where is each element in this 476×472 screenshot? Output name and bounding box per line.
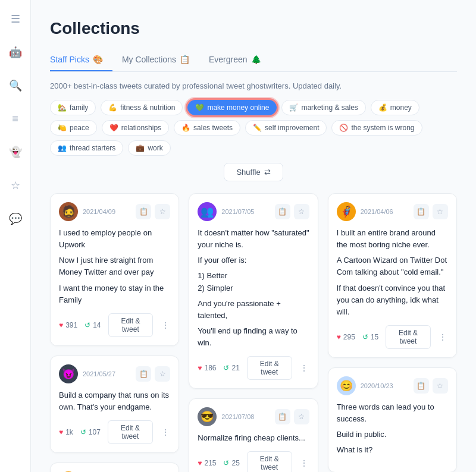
star-icon[interactable]: ☆ (155, 204, 170, 219)
card-body: Three words can lead you to success. Bui… (337, 401, 448, 457)
card-footer: ♥ 295 ↺ 15 Edit & tweet ⋮ (337, 325, 448, 349)
filter-family[interactable]: 🏡 family (50, 100, 96, 115)
likes-stat: ♥ 295 (337, 333, 355, 341)
tab-evergreen-label: Evergreen (209, 55, 248, 64)
filter-relationships[interactable]: ❤️ relationships (102, 120, 169, 136)
tweet-card: 🧔 2021/04/09 📋 ☆ I used to employ people… (50, 193, 179, 346)
star-icon[interactable]: ☆ (155, 366, 170, 382)
filter-make-money[interactable]: 💚 make money online (187, 100, 277, 115)
avatar: 😈 (59, 364, 78, 383)
ghost-icon[interactable]: 👻 (6, 143, 25, 162)
avatar: 😎 (198, 407, 217, 426)
card-footer: ♥ 391 ↺ 14 Edit & tweet ⋮ (59, 313, 170, 337)
card-date: 2021/07/08 (221, 413, 254, 420)
filter-system-wrong[interactable]: 🚫 the system is wrong (331, 120, 422, 136)
copy-icon[interactable]: 📋 (414, 378, 429, 394)
list-icon[interactable]: ≡ (6, 109, 25, 128)
card-footer: ♥ 186 ↺ 21 Edit & tweet ⋮ (198, 356, 309, 380)
avatar: 🧔 (59, 202, 78, 221)
star-icon[interactable]: ☆ (433, 204, 448, 219)
copy-icon[interactable]: 📋 (275, 409, 290, 424)
likes-stat: ♥ 186 (198, 364, 216, 372)
tabs-bar: Staff Picks 🎨 My Collections 📋 Evergreen… (50, 50, 457, 72)
card-date: 2021/07/05 (221, 208, 254, 215)
avatar: 🦸 (337, 202, 356, 221)
filter-thread-starters[interactable]: 👥 thread starters (50, 140, 123, 156)
tweet-card: 🦸 2021/04/06 📋 ☆ I built an entire brand… (328, 193, 457, 358)
subtitle: 2000+ best-in-class tweets curated by pr… (50, 81, 457, 90)
edit-tweet-button[interactable]: Edit & tweet (108, 420, 153, 444)
card-footer: ♥ 1k ↺ 107 Edit & tweet ⋮ (59, 420, 170, 444)
more-icon[interactable]: ⋮ (160, 426, 170, 439)
card-header: 😈 2021/05/27 📋 ☆ (59, 364, 170, 383)
filter-tags: 🏡 family 💪 fitness & nutrition 💚 make mo… (50, 100, 457, 156)
card-header: 😎 2021/07/08 📋 ☆ (198, 407, 309, 426)
card-date: 2021/05/27 (83, 370, 115, 377)
copy-icon[interactable]: 📋 (136, 366, 151, 382)
card-header: 🦸 2021/04/06 📋 ☆ (337, 202, 448, 221)
more-icon[interactable]: ⋮ (299, 457, 309, 470)
edit-tweet-button[interactable]: Edit & tweet (247, 451, 292, 472)
more-icon[interactable]: ⋮ (299, 361, 309, 375)
shuffle-icon: ⇄ (264, 168, 271, 177)
avatar: 👥 (198, 202, 217, 221)
tweet-card: 😈 2021/05/27 📋 ☆ Build a company that ru… (50, 355, 179, 453)
filter-money[interactable]: 💰 money (371, 100, 419, 115)
card-date: 2020/10/23 (361, 382, 393, 389)
cards-grid: 🧔 2021/04/09 📋 ☆ I used to employ people… (50, 193, 457, 472)
filter-work[interactable]: 💼 work (128, 140, 170, 156)
card-body: Normalize firing cheap clients... (198, 432, 309, 444)
more-icon[interactable]: ⋮ (160, 319, 170, 332)
card-date: 2021/04/06 (361, 208, 393, 215)
star-icon[interactable]: ☆ (294, 409, 309, 424)
shuffle-label: Shuffle (236, 168, 260, 177)
tab-staff-picks-label: Staff Picks (50, 55, 89, 64)
retweets-stat: ↺ 107 (80, 428, 101, 436)
tab-my-collections-label: My Collections (122, 55, 176, 64)
card-body: Build a company that runs on its own. Th… (59, 389, 170, 413)
tweet-card: 🦅 2021/03/23 📋 ☆ (50, 462, 179, 472)
card-header: 👥 2021/07/05 📋 ☆ (198, 202, 309, 221)
card-body: I used to employ people on Upwork Now I … (59, 227, 170, 306)
star-icon[interactable]: ☆ (433, 378, 448, 394)
tweet-card: 👥 2021/07/05 📋 ☆ It doesn't matter how "… (189, 193, 318, 389)
tweet-card: 😊 2020/10/23 📋 ☆ Three words can lead yo… (328, 367, 457, 472)
sidebar: ☰ 🤖 🔍 ≡ 👻 ☆ 💬 (0, 0, 31, 472)
card-col-1: 🧔 2021/04/09 📋 ☆ I used to employ people… (50, 193, 179, 472)
star-icon[interactable]: ☆ (294, 204, 309, 219)
likes-stat: ♥ 215 (198, 459, 216, 467)
card-body: I built an entire brand around the most … (337, 227, 448, 318)
copy-icon[interactable]: 📋 (414, 204, 429, 219)
robot-icon[interactable]: 🤖 (6, 43, 25, 62)
filter-sales[interactable]: 🔥 sales tweets (174, 120, 240, 136)
card-date: 2021/04/09 (83, 208, 115, 215)
chat-icon[interactable]: 💬 (6, 209, 25, 228)
filter-marketing[interactable]: 🛒 marketing & sales (281, 100, 365, 115)
edit-tweet-button[interactable]: Edit & tweet (108, 313, 154, 337)
filter-self-improvement[interactable]: ✏️ self improvement (245, 120, 327, 136)
filter-peace[interactable]: 🍋 peace (50, 120, 97, 136)
search-icon[interactable]: 🔍 (6, 76, 25, 95)
copy-icon[interactable]: 📋 (275, 204, 290, 219)
edit-tweet-button[interactable]: Edit & tweet (247, 356, 292, 380)
filter-fitness[interactable]: 💪 fitness & nutrition (101, 100, 183, 115)
tab-evergreen[interactable]: Evergreen 🌲 (209, 50, 271, 71)
tab-staff-picks[interactable]: Staff Picks 🎨 (50, 50, 112, 71)
shuffle-button[interactable]: Shuffle ⇄ (224, 163, 283, 181)
card-header: 🧔 2021/04/09 📋 ☆ (59, 202, 170, 221)
edit-tweet-button[interactable]: Edit & tweet (386, 325, 431, 349)
more-icon[interactable]: ⋮ (438, 331, 448, 344)
tweet-card: 😎 2021/07/08 📋 ☆ Normalize firing cheap … (189, 398, 318, 472)
card-header: 😊 2020/10/23 📋 ☆ (337, 376, 448, 395)
copy-icon[interactable]: 📋 (136, 204, 151, 219)
star-icon[interactable]: ☆ (6, 176, 25, 195)
likes-stat: ♥ 391 (59, 321, 77, 329)
page-title: Collections (50, 19, 457, 38)
tab-my-collections[interactable]: My Collections 📋 (122, 50, 199, 71)
card-footer: ♥ 215 ↺ 25 Edit & tweet ⋮ (198, 451, 309, 472)
avatar: 😊 (337, 376, 356, 395)
main-content: Collections Staff Picks 🎨 My Collections… (31, 0, 476, 472)
shuffle-row: Shuffle ⇄ (50, 163, 457, 181)
card-body: It doesn't matter how "saturated" your n… (198, 227, 309, 349)
menu-icon[interactable]: ☰ (6, 10, 25, 29)
